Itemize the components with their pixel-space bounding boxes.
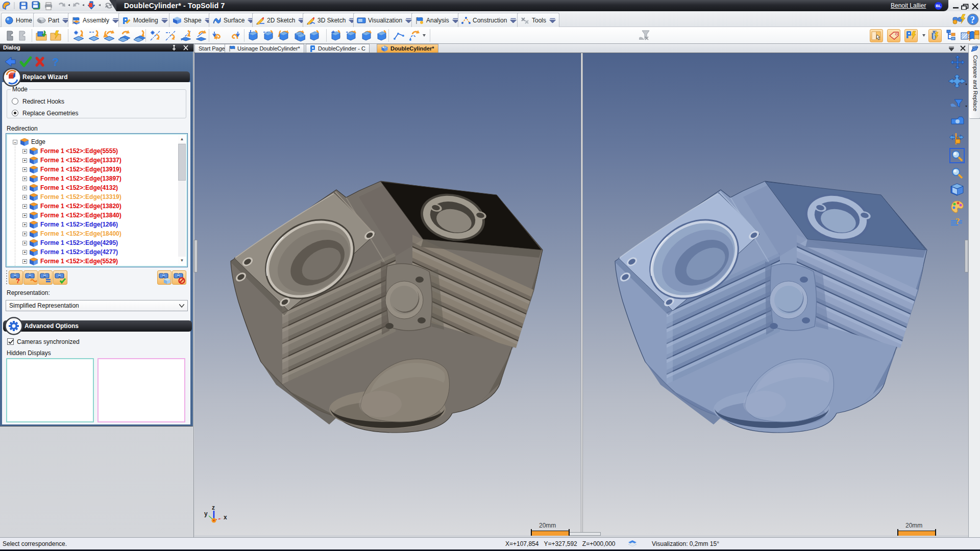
svg-text:x: x bbox=[224, 514, 227, 521]
svg-text:?: ? bbox=[52, 56, 59, 68]
svg-text:?: ? bbox=[955, 216, 960, 226]
svg-text:?: ? bbox=[970, 15, 975, 25]
svg-text:?: ? bbox=[16, 277, 20, 284]
svg-text:y: y bbox=[204, 510, 208, 517]
svg-text:z: z bbox=[212, 505, 215, 511]
